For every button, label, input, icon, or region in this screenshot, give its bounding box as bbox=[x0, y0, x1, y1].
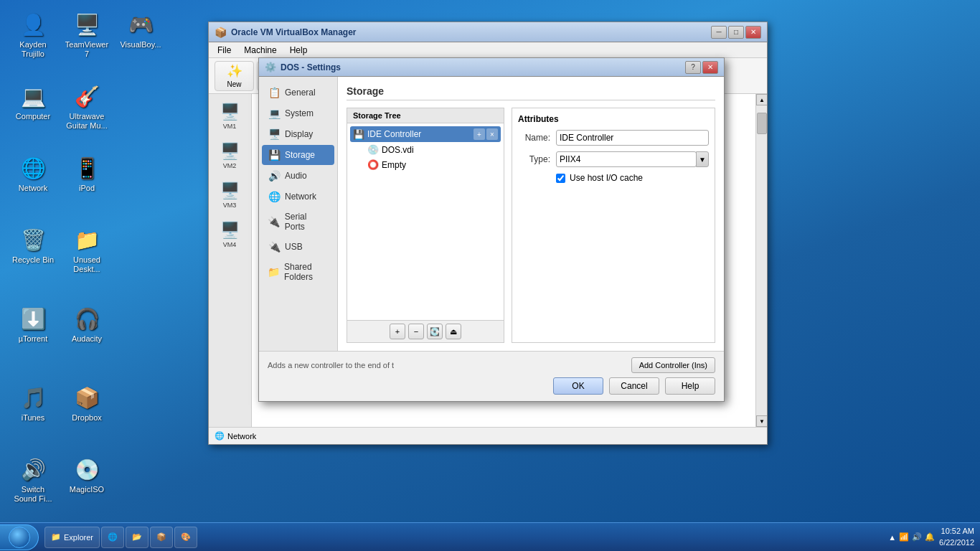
ide-remove-button[interactable]: × bbox=[486, 128, 498, 140]
tree-add-disk-button[interactable]: 💽 bbox=[427, 324, 443, 339]
taskbar-ie-button[interactable]: 🌐 bbox=[101, 527, 124, 548]
shared-nav-icon: 📁 bbox=[268, 266, 280, 278]
scroll-track[interactable] bbox=[756, 105, 767, 415]
storage-nav-icon: 💾 bbox=[268, 149, 281, 161]
menu-machine[interactable]: Machine bbox=[238, 44, 282, 57]
name-input[interactable] bbox=[556, 130, 709, 146]
desktop-icon-dropbox[interactable]: 📦 Dropbox bbox=[61, 380, 113, 425]
tray-network-icon: 📶 bbox=[899, 532, 909, 542]
desktop: 👤 Kayden Trujillo 🖥️ TeamViewer 7 🎮 Visu… bbox=[0, 0, 980, 551]
desktop-icon-network[interactable]: 🌐 Network bbox=[7, 151, 59, 196]
desktop-icon-computer[interactable]: 💻 Computer bbox=[7, 79, 59, 124]
settings-dialog-controls: ? ✕ bbox=[685, 61, 718, 74]
settings-help-button[interactable]: ? bbox=[685, 61, 701, 74]
tree-item-ide-controller[interactable]: 💾 IDE Controller + × bbox=[350, 126, 501, 142]
add-controller-button[interactable]: Add Controller (Ins) bbox=[631, 357, 715, 373]
paint-taskbar-icon: 🎨 bbox=[181, 532, 191, 542]
start-button[interactable] bbox=[0, 524, 39, 550]
storage-tree-panel: Storage Tree 💾 IDE Controller + × bbox=[347, 108, 504, 343]
vbox-close-button[interactable]: ✕ bbox=[745, 26, 761, 39]
ultrawave-icon: 🎸 bbox=[72, 82, 101, 110]
vbox-title-icon: 📦 bbox=[215, 27, 227, 38]
host-io-cache-label: Use host I/O cache bbox=[570, 173, 643, 183]
vm-icon-1: 🖥️ bbox=[220, 103, 240, 121]
nav-general-label: General bbox=[285, 88, 316, 98]
help-button[interactable]: Help bbox=[665, 377, 715, 395]
desktop-icon-magiciso[interactable]: 💿 MagicISO bbox=[61, 452, 113, 497]
vm-list: 🖥️ VM1 🖥️ VM2 🖥️ VM3 🖥️ VM4 bbox=[209, 94, 252, 427]
status-network: 🌐 Network bbox=[215, 431, 256, 441]
vbox-maximize-button[interactable]: □ bbox=[728, 26, 744, 39]
nav-audio[interactable]: 🔊 Audio bbox=[262, 166, 334, 186]
desktop-icon-recycle[interactable]: 🗑️ Recycle Bin bbox=[7, 222, 59, 268]
desktop-icon-ipod[interactable]: 📱 iPod bbox=[61, 151, 113, 196]
vm-list-item-4[interactable]: 🖥️ VM4 bbox=[210, 215, 249, 254]
settings-dialog-buttons: OK Cancel Help bbox=[259, 377, 724, 400]
cancel-button[interactable]: Cancel bbox=[609, 377, 659, 395]
vm-list-item[interactable]: 🖥️ VM1 bbox=[210, 97, 249, 136]
system-nav-icon: 💻 bbox=[268, 108, 281, 119]
scroll-down-arrow[interactable]: ▼ bbox=[756, 415, 767, 427]
ok-button[interactable]: OK bbox=[553, 377, 603, 395]
tray-update-icon: 🔔 bbox=[925, 532, 935, 542]
desktop-icon-kayden[interactable]: 👤 Kayden Trujillo bbox=[7, 7, 59, 62]
desktop-icon-audacity[interactable]: 🎧 Audacity bbox=[61, 301, 113, 347]
scroll-up-arrow[interactable]: ▲ bbox=[756, 94, 767, 105]
vm-label-2: VM2 bbox=[223, 162, 237, 169]
scroll-thumb[interactable] bbox=[757, 113, 767, 134]
desktop-icon-visualboy[interactable]: 🎮 VisualBoy... bbox=[115, 7, 166, 52]
tray-arrow-icon[interactable]: ▲ bbox=[888, 533, 896, 542]
taskbar-folder-button[interactable]: 📂 bbox=[126, 527, 149, 548]
type-select[interactable]: PIIX3 PIIX4 ICH6 bbox=[556, 151, 697, 167]
taskbar-explorer-button[interactable]: 📁 Explorer bbox=[44, 527, 100, 548]
tree-eject-button[interactable]: ⏏ bbox=[446, 324, 461, 339]
menu-file[interactable]: File bbox=[212, 44, 237, 57]
nav-serial-ports[interactable]: 🔌 Serial Ports bbox=[262, 207, 334, 236]
vm-list-item-3[interactable]: 🖥️ VM3 bbox=[210, 176, 249, 215]
vm-icon-3: 🖥️ bbox=[220, 182, 240, 200]
desktop-icon-label: Kayden Trujillo bbox=[10, 40, 56, 59]
nav-usb[interactable]: 🔌 USB bbox=[262, 237, 334, 257]
nav-shared-label: Shared Folders bbox=[284, 262, 329, 282]
dos-vdi-icon: 💿 bbox=[367, 144, 379, 155]
host-io-cache-checkbox[interactable] bbox=[556, 174, 565, 183]
general-nav-icon: 📋 bbox=[268, 87, 281, 98]
ide-add-button[interactable]: + bbox=[473, 128, 485, 140]
tree-remove-button[interactable]: − bbox=[408, 324, 424, 339]
settings-close-button[interactable]: ✕ bbox=[702, 61, 718, 74]
nav-general[interactable]: 📋 General bbox=[262, 83, 334, 103]
toolbar-new-button[interactable]: ✨ New bbox=[215, 61, 254, 91]
dropbox-icon: 📦 bbox=[72, 383, 101, 412]
settings-dialog-body: 📋 General 💻 System 🖥️ Display 💾 Storage … bbox=[259, 77, 724, 351]
desktop-icon-utorrent[interactable]: ⬇️ µTorrent bbox=[7, 301, 59, 347]
taskbar-items: 📁 Explorer 🌐 📂 📦 🎨 bbox=[42, 523, 882, 551]
tree-add-controller-button[interactable]: + bbox=[390, 324, 405, 339]
nav-shared-folders[interactable]: 📁 Shared Folders bbox=[262, 258, 334, 286]
taskbar-vbox-button[interactable]: 📦 bbox=[150, 527, 173, 548]
desktop-icon-switch-sound[interactable]: 🔊 Switch Sound Fi... bbox=[7, 452, 59, 507]
tree-item-dos-vdi[interactable]: 💿 DOS.vdi bbox=[364, 142, 501, 157]
desktop-icon-teamviewer[interactable]: 🖥️ TeamViewer 7 bbox=[61, 7, 113, 62]
type-select-arrow[interactable]: ▼ bbox=[696, 151, 709, 167]
storage-tree-toolbar: + − 💽 ⏏ bbox=[347, 320, 504, 342]
menu-help[interactable]: Help bbox=[284, 44, 314, 57]
vm-icon-4: 🖥️ bbox=[220, 221, 240, 240]
vbox-scrollbar[interactable]: ▲ ▼ bbox=[755, 94, 767, 427]
system-clock[interactable]: 10:52 AM 6/22/2012 bbox=[939, 526, 974, 548]
desktop-icon-ultrawave[interactable]: 🎸 Ultrawave Guitar Mu... bbox=[61, 79, 113, 133]
desktop-icon-unused[interactable]: 📁 Unused Deskt... bbox=[61, 222, 113, 277]
nav-network[interactable]: 🌐 Network bbox=[262, 187, 334, 207]
ipod-icon: 📱 bbox=[72, 154, 101, 182]
nav-storage[interactable]: 💾 Storage bbox=[262, 145, 334, 165]
tree-item-empty[interactable]: ⭕ Empty bbox=[364, 157, 501, 172]
vbox-minimize-button[interactable]: ─ bbox=[711, 26, 727, 39]
desktop-icon-itunes[interactable]: 🎵 iTunes bbox=[7, 380, 59, 425]
itunes-icon: 🎵 bbox=[19, 383, 47, 412]
toolbar-new-label: New bbox=[227, 80, 241, 88]
vm-list-item-2[interactable]: 🖥️ VM2 bbox=[210, 136, 249, 175]
taskbar-paint-button[interactable]: 🎨 bbox=[174, 527, 197, 548]
switch-sound-icon: 🔊 bbox=[19, 455, 47, 484]
ide-controller-icon: 💾 bbox=[353, 129, 364, 140]
nav-display[interactable]: 🖥️ Display bbox=[262, 124, 334, 144]
nav-system[interactable]: 💻 System bbox=[262, 103, 334, 123]
